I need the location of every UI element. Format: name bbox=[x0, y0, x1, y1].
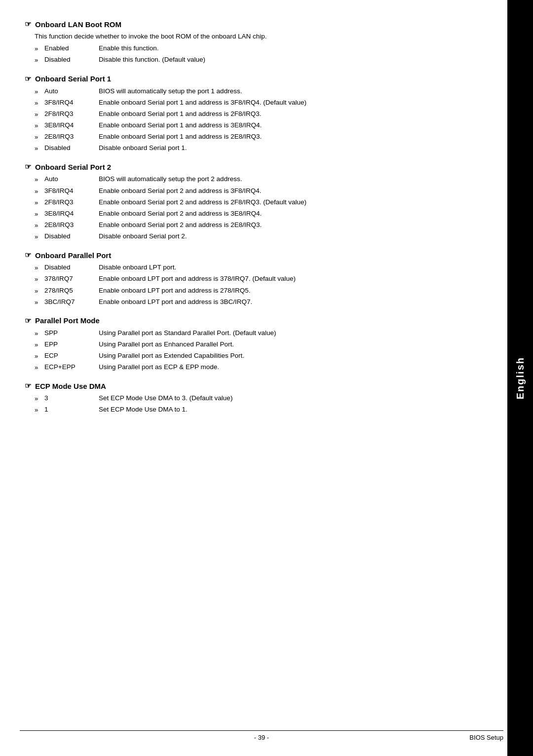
cursor-icon: ☞ bbox=[25, 316, 31, 325]
list-item: »3F8/IRQ4Enable onboard Serial port 2 an… bbox=[35, 186, 478, 196]
footer-right: BIOS Setup bbox=[469, 734, 503, 741]
section-title-onboard-serial-port-2: ☞Onboard Serial Port 2 bbox=[25, 162, 478, 171]
list-item: »2E8/IRQ3Enable onboard Serial port 2 an… bbox=[35, 220, 478, 230]
list-item: »DisabledDisable onboard LPT port. bbox=[35, 263, 478, 273]
section-title-onboard-lan-boot-rom: ☞Onboard LAN Boot ROM bbox=[25, 20, 478, 29]
list-item: »3E8/IRQ4Enable onboard Serial port 1 an… bbox=[35, 120, 478, 131]
footer-bar: - 39 - BIOS Setup bbox=[20, 730, 503, 741]
section-ecp-mode-use-dma: ☞ECP Mode Use DMA»3Set ECP Mode Use DMA … bbox=[25, 381, 478, 415]
list-item: »378/IRQ7Enable onboard LPT port and add… bbox=[35, 274, 478, 284]
item-key: Disabled bbox=[44, 231, 99, 242]
bullet-icon: » bbox=[35, 340, 41, 350]
list-item: »EnabledEnable this function. bbox=[35, 43, 478, 54]
item-key: Disabled bbox=[44, 263, 99, 273]
section-desc: This function decide whether to invoke t… bbox=[35, 32, 478, 41]
cursor-icon: ☞ bbox=[25, 251, 31, 260]
bullet-icon: » bbox=[35, 232, 41, 242]
item-value: Enable onboard LPT port and address is 3… bbox=[99, 274, 296, 284]
list-item: »3BC/IRQ7Enable onboard LPT port and add… bbox=[35, 297, 478, 307]
section-onboard-parallel-port: ☞Onboard Parallel Port»DisabledDisable o… bbox=[25, 251, 478, 307]
list-item: »AutoBIOS will automatically setup the p… bbox=[35, 86, 478, 97]
section-title-ecp-mode-use-dma: ☞ECP Mode Use DMA bbox=[25, 381, 478, 390]
item-value: Enable onboard Serial port 1 and address… bbox=[99, 120, 262, 131]
item-key: 3BC/IRQ7 bbox=[44, 297, 99, 307]
section-title-onboard-serial-port-1: ☞Onboard Serial Port 1 bbox=[25, 75, 478, 83]
item-value: Disable onboard Serial port 1. bbox=[99, 143, 187, 153]
section-title-text: Onboard LAN Boot ROM bbox=[35, 20, 121, 29]
section-title-text: Onboard Serial Port 2 bbox=[35, 163, 111, 171]
item-key: 2E8/IRQ3 bbox=[44, 220, 99, 230]
item-key: 378/IRQ7 bbox=[44, 274, 99, 284]
bullet-icon: » bbox=[35, 405, 41, 415]
item-value: Enable onboard Serial port 1 and address… bbox=[99, 98, 306, 108]
item-list-ecp-mode-use-dma: »3Set ECP Mode Use DMA to 3. (Default va… bbox=[35, 393, 478, 415]
item-value: BIOS will automatically setup the port 1… bbox=[99, 86, 242, 97]
item-key: 3F8/IRQ4 bbox=[44, 98, 99, 108]
cursor-icon: ☞ bbox=[25, 381, 31, 390]
bullet-icon: » bbox=[35, 98, 41, 108]
item-key: Auto bbox=[44, 174, 99, 185]
item-key: Disabled bbox=[44, 143, 99, 153]
item-key: 278/IRQ5 bbox=[44, 286, 99, 296]
bullet-icon: » bbox=[35, 87, 41, 97]
bullet-icon: » bbox=[35, 363, 41, 373]
section-onboard-lan-boot-rom: ☞Onboard LAN Boot ROMThis function decid… bbox=[25, 20, 478, 66]
item-key: SPP bbox=[44, 328, 99, 339]
item-value: Disable this function. (Default value) bbox=[99, 55, 205, 65]
list-item: »AutoBIOS will automatically setup the p… bbox=[35, 174, 478, 185]
item-key: 2E8/IRQ3 bbox=[44, 132, 99, 142]
bullet-icon: » bbox=[35, 298, 41, 307]
item-list-onboard-serial-port-2: »AutoBIOS will automatically setup the p… bbox=[35, 174, 478, 242]
item-value: Disable onboard Serial port 2. bbox=[99, 231, 187, 242]
item-list-parallel-port-mode: »SPPUsing Parallel port as Standard Para… bbox=[35, 328, 478, 373]
item-key: 3E8/IRQ4 bbox=[44, 209, 99, 219]
section-title-text: Onboard Serial Port 1 bbox=[35, 75, 111, 83]
item-value: Enable onboard Serial port 1 and address… bbox=[99, 109, 261, 119]
item-value: BIOS will automatically setup the port 2… bbox=[99, 174, 242, 185]
list-item: »3E8/IRQ4Enable onboard Serial port 2 an… bbox=[35, 209, 478, 219]
item-value: Enable onboard Serial port 2 and address… bbox=[99, 220, 262, 230]
item-key: Auto bbox=[44, 86, 99, 97]
item-list-onboard-lan-boot-rom: »EnabledEnable this function.»DisabledDi… bbox=[35, 43, 478, 65]
item-value: Enable onboard LPT port and address is 3… bbox=[99, 297, 252, 307]
section-title-onboard-parallel-port: ☞Onboard Parallel Port bbox=[25, 251, 478, 260]
item-value: Set ECP Mode Use DMA to 1. bbox=[99, 405, 188, 415]
item-value: Using Parallel port as Extended Capabili… bbox=[99, 351, 244, 361]
cursor-icon: ☞ bbox=[25, 20, 31, 29]
bullet-icon: » bbox=[35, 175, 41, 185]
item-key: Enabled bbox=[44, 43, 99, 54]
item-key: ECP+EPP bbox=[44, 362, 99, 373]
item-value: Using Parallel port as Enhanced Parallel… bbox=[99, 340, 234, 350]
bullet-icon: » bbox=[35, 132, 41, 142]
item-key: 1 bbox=[44, 405, 99, 415]
list-item: »278/IRQ5Enable onboard LPT port and add… bbox=[35, 286, 478, 296]
item-list-onboard-parallel-port: »DisabledDisable onboard LPT port.»378/I… bbox=[35, 263, 478, 307]
list-item: »DisabledDisable this function. (Default… bbox=[35, 55, 478, 65]
bullet-icon: » bbox=[35, 394, 41, 404]
section-title-parallel-port-mode: ☞Parallel Port Mode bbox=[25, 316, 478, 325]
bullet-icon: » bbox=[35, 221, 41, 230]
cursor-icon: ☞ bbox=[25, 75, 31, 83]
item-key: 2F8/IRQ3 bbox=[44, 109, 99, 119]
item-value: Enable onboard Serial port 2 and address… bbox=[99, 197, 306, 208]
cursor-icon: ☞ bbox=[25, 162, 31, 171]
list-item: »SPPUsing Parallel port as Standard Para… bbox=[35, 328, 478, 339]
sidebar-label: English bbox=[515, 357, 526, 399]
item-value: Enable onboard LPT port and address is 2… bbox=[99, 286, 250, 296]
list-item: »2F8/IRQ3Enable onboard Serial port 1 an… bbox=[35, 109, 478, 119]
list-item: »3Set ECP Mode Use DMA to 3. (Default va… bbox=[35, 393, 478, 404]
bullet-icon: » bbox=[35, 351, 41, 361]
item-value: Enable onboard Serial port 2 and address… bbox=[99, 186, 261, 196]
list-item: »3F8/IRQ4Enable onboard Serial port 1 an… bbox=[35, 98, 478, 108]
bullet-icon: » bbox=[35, 44, 41, 54]
bullet-icon: » bbox=[35, 198, 41, 208]
item-value: Enable this function. bbox=[99, 43, 159, 54]
section-parallel-port-mode: ☞Parallel Port Mode»SPPUsing Parallel po… bbox=[25, 316, 478, 373]
item-key: 3E8/IRQ4 bbox=[44, 120, 99, 131]
list-item: »ECP+EPPUsing Parallel port as ECP & EPP… bbox=[35, 362, 478, 373]
item-value: Using Parallel port as Standard Parallel… bbox=[99, 328, 276, 339]
bullet-icon: » bbox=[35, 274, 41, 284]
item-value: Enable onboard Serial port 2 and address… bbox=[99, 209, 262, 219]
list-item: »DisabledDisable onboard Serial port 1. bbox=[35, 143, 478, 153]
list-item: »DisabledDisable onboard Serial port 2. bbox=[35, 231, 478, 242]
